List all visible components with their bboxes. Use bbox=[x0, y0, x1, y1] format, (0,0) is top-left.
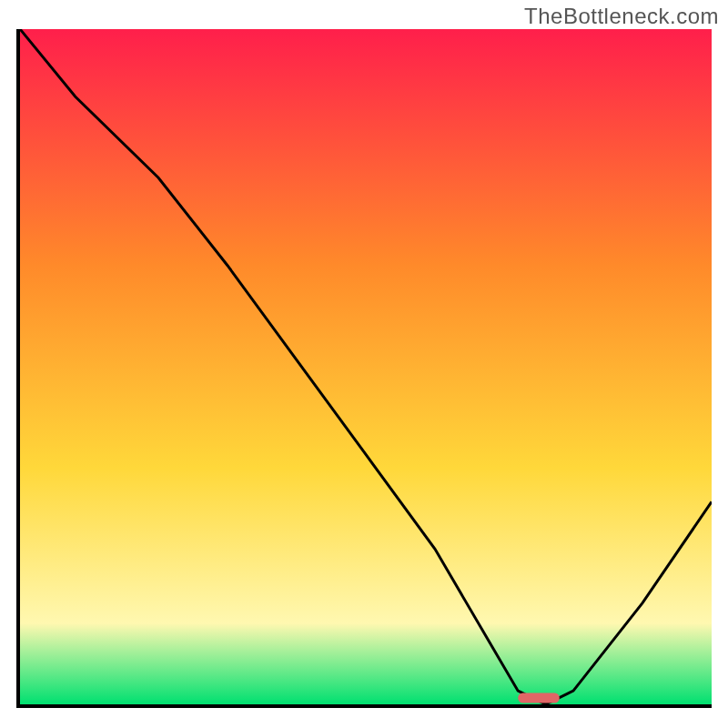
plot-area bbox=[16, 29, 712, 708]
gradient-background bbox=[20, 29, 712, 704]
watermark-text: TheBottleneck.com bbox=[524, 4, 719, 29]
chart-svg bbox=[20, 29, 712, 704]
chart-frame: TheBottleneck.com bbox=[0, 0, 728, 728]
optimal-marker bbox=[518, 693, 560, 703]
